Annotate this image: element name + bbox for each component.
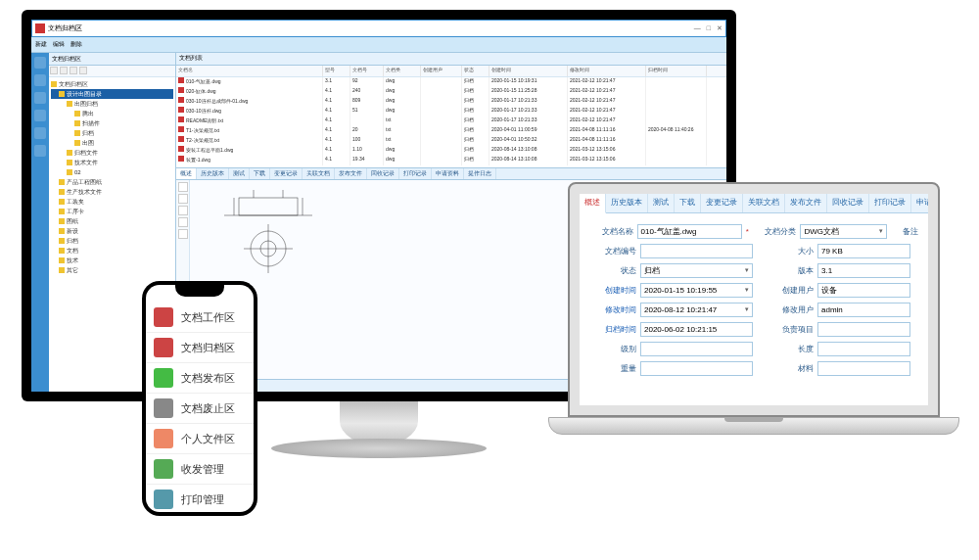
tab[interactable]: 历史版本	[197, 168, 229, 179]
toolbar-item[interactable]: 新建	[35, 40, 47, 49]
column-header[interactable]: 状态	[462, 66, 490, 76]
toolbar-item[interactable]: 删除	[70, 40, 82, 49]
side-icon[interactable]	[34, 74, 46, 86]
tree-tool[interactable]	[50, 67, 58, 74]
tree-node[interactable]: 技术	[51, 256, 173, 265]
side-icon[interactable]	[34, 127, 46, 139]
tab[interactable]: 测试	[648, 194, 675, 212]
tree-node[interactable]: 文档归档区	[51, 79, 173, 89]
table-row[interactable]: 030-10连杆总成部件-01.dwg4.1809dwg归档2020-01-17…	[176, 97, 726, 107]
tab[interactable]: 下载	[250, 168, 270, 179]
tree-node[interactable]: 技术文件	[51, 158, 173, 167]
tree-node[interactable]: 腾出	[51, 109, 173, 118]
phone-menu-item[interactable]: 个人文件区	[146, 424, 254, 454]
tree-tool[interactable]	[60, 67, 68, 74]
preview-tool[interactable]	[178, 206, 188, 215]
tree-node[interactable]: 02	[51, 167, 173, 177]
modify-time-input[interactable]: 2020-08-12 10:21:47	[640, 303, 753, 317]
preview-tool[interactable]	[178, 194, 188, 204]
tab[interactable]: 历史版本	[606, 194, 648, 212]
tab[interactable]: 发布文件	[335, 168, 367, 179]
maximize-button[interactable]: □	[707, 24, 711, 32]
table-row[interactable]: README说明.txt4.1txt归档2020-01-17 10:21:332…	[176, 117, 726, 126]
table-row[interactable]: T1-决策规范.txt4.120txt归档2020-04-01 11:00:59…	[176, 126, 726, 136]
weight-input[interactable]	[640, 361, 753, 376]
tab[interactable]: 回收记录	[367, 168, 399, 179]
column-header[interactable]: 创建用户	[421, 66, 462, 76]
create-time-input[interactable]: 2020-01-15 10:19:55	[640, 283, 753, 298]
doc-class-combo[interactable]: DWG文档	[800, 224, 887, 239]
tree-node[interactable]: 扫描件	[51, 118, 173, 128]
column-header[interactable]: 文档名	[176, 66, 323, 76]
tree-node[interactable]: 出图归档	[51, 99, 173, 109]
phone-menu-item[interactable]: 文档工作区	[146, 303, 254, 333]
column-header[interactable]: 文档号	[350, 66, 384, 76]
column-header[interactable]: 型号	[323, 66, 350, 76]
table-row[interactable]: 030-10连杆.dwg4.151dwg归档2020-01-17 10:21:3…	[176, 107, 726, 117]
project-input[interactable]	[817, 322, 910, 337]
tree-node[interactable]: 新设	[51, 226, 173, 236]
tab[interactable]: 概述	[176, 168, 197, 179]
table-row[interactable]: 010-气缸盖.dwg3.192dwg归档2020-01-15 10:19:31…	[176, 77, 726, 87]
close-button[interactable]: ✕	[717, 24, 723, 32]
tab[interactable]: 测试	[229, 168, 250, 179]
tree-node[interactable]: 文档	[51, 246, 173, 256]
column-header[interactable]: 创建时间	[490, 66, 568, 76]
doc-no-input[interactable]	[640, 244, 753, 258]
preview-tool[interactable]	[178, 217, 188, 227]
preview-tool[interactable]	[178, 182, 188, 192]
tree-node[interactable]: 产品工程图纸	[51, 177, 173, 187]
tab[interactable]: 申请资料	[432, 168, 464, 179]
phone-menu-item[interactable]: 文档归档区	[146, 333, 254, 363]
tab[interactable]: 申请资料	[911, 194, 928, 212]
tree-node[interactable]: 出图	[51, 138, 173, 148]
tab[interactable]: 关联文档	[743, 194, 785, 212]
table-row[interactable]: T2-决策规范.txt4.1100txt归档2020-04-01 10:50:3…	[176, 136, 726, 146]
column-header[interactable]: 修改时间	[568, 66, 646, 76]
toolbar-item[interactable]: 编辑	[53, 40, 65, 49]
field-label: 修改时间	[589, 304, 636, 315]
app-icon	[35, 23, 45, 33]
tree-node[interactable]: 图纸	[51, 216, 173, 226]
tree-tool[interactable]	[79, 67, 87, 74]
column-header[interactable]: 文档类	[384, 66, 421, 76]
tree-tool[interactable]	[70, 67, 77, 74]
level-input[interactable]	[640, 342, 753, 356]
doc-name-input[interactable]: 010-气缸盖.dwg	[637, 224, 742, 239]
tab[interactable]: 下载	[675, 194, 701, 212]
minimize-button[interactable]: —	[694, 24, 701, 32]
phone-menu-item[interactable]: 打印管理	[146, 485, 254, 512]
tab[interactable]: 回收记录	[827, 194, 869, 212]
tab[interactable]: 提作日志	[464, 168, 496, 179]
side-icon[interactable]	[34, 145, 46, 157]
tree-node[interactable]: 设计出图目录	[51, 89, 173, 99]
side-icon[interactable]	[34, 57, 46, 69]
tree-node[interactable]: 归档	[51, 236, 173, 246]
tree-node[interactable]: 工序卡	[51, 207, 173, 216]
side-icon[interactable]	[34, 92, 46, 104]
table-row[interactable]: 安装工程总平面1.dwg4.11.10dwg归档2020-08-14 13:10…	[176, 146, 726, 156]
tab[interactable]: 概述	[580, 194, 606, 213]
tree-node[interactable]: 生产技术文件	[51, 187, 173, 197]
tab[interactable]: 发布文件	[785, 194, 827, 212]
material-input[interactable]	[817, 361, 910, 376]
table-row[interactable]: 020-缸体.dwg4.1240dwg归档2020-01-15 11:25:28…	[176, 87, 726, 97]
tab[interactable]: 打印记录	[869, 194, 911, 212]
tab[interactable]: 关联文档	[303, 168, 335, 179]
table-row[interactable]: 装置-1.dwg4.119.34dwg归档2020-08-14 13:10:08…	[176, 156, 726, 165]
phone-menu-item[interactable]: 文档废止区	[146, 394, 254, 424]
status-combo[interactable]: 归档	[640, 263, 753, 278]
preview-tool[interactable]	[178, 229, 188, 239]
column-header[interactable]: 归档时间	[646, 66, 707, 76]
phone-menu-item[interactable]: 文档发布区	[146, 363, 254, 394]
tree-node[interactable]: 归档	[51, 128, 173, 138]
tree-node[interactable]: 工装夹	[51, 197, 173, 207]
tree-node[interactable]: 归档文件	[51, 148, 173, 158]
length-input[interactable]	[817, 342, 910, 356]
tree-node[interactable]: 其它	[51, 265, 173, 275]
tab[interactable]: 变更记录	[701, 194, 743, 212]
side-icon[interactable]	[34, 110, 46, 121]
tab[interactable]: 打印记录	[399, 168, 432, 179]
phone-menu-item[interactable]: 收发管理	[146, 454, 254, 485]
tab[interactable]: 变更记录	[270, 168, 303, 179]
